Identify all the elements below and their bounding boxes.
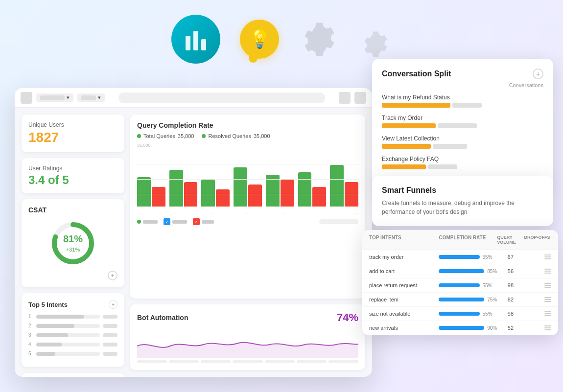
- list-item: 5: [28, 351, 117, 356]
- list-item: 2: [28, 323, 117, 328]
- conv-bar-main-4: [382, 164, 426, 169]
- ti-bar-6: 90%: [439, 325, 497, 331]
- ti-pct-4: 75%: [487, 297, 497, 302]
- bar-chart-bubble: [171, 15, 220, 64]
- user-ratings-value: 3.4 of 5: [28, 174, 117, 186]
- unique-users-card: Unique Users 1827: [22, 115, 124, 152]
- top-intents-title: Top 5 Intents: [28, 301, 68, 308]
- dropdown-1[interactable]: ▾: [36, 93, 73, 102]
- ti-col-dropoffs: DROP-OFFS: [524, 235, 551, 245]
- titlebar-icon: [21, 92, 32, 104]
- ti-vol-2: 56: [497, 268, 524, 274]
- ti-row-5: size not available 55% 98: [362, 307, 558, 321]
- svg-rect-1: [193, 31, 198, 50]
- total-queries-dot: [137, 134, 141, 138]
- resolved-queries-dot: [202, 134, 206, 138]
- ti-vol-4: 82: [497, 297, 524, 302]
- action-btn-2[interactable]: [354, 92, 366, 104]
- ti-table-header: TOP INTENTS COMPLETION RATE QUERY VOLUME…: [362, 230, 558, 250]
- smart-funnels-title: Smart Funnels: [382, 186, 543, 195]
- ti-menu-2: [524, 269, 551, 274]
- conv-split-expand[interactable]: +: [533, 69, 543, 79]
- conv-item-4: Exchange Policy FAQ: [382, 156, 543, 169]
- ti-pct-2: 85%: [487, 269, 497, 274]
- bot-automation-title: Bot Automation: [137, 314, 188, 322]
- dropdown-2[interactable]: ▾: [77, 93, 105, 102]
- ti-vol-1: 67: [497, 254, 524, 260]
- ti-vol-5: 98: [497, 311, 524, 317]
- top-intents-expand[interactable]: +: [109, 300, 117, 309]
- ti-row-1: track my order 55% 67: [362, 250, 558, 264]
- ti-intent-3: place return request: [369, 282, 439, 288]
- legend-dot-green: [137, 220, 141, 224]
- csat-expand-button[interactable]: +: [108, 271, 117, 280]
- ti-col-completion: COMPLETION RATE: [439, 235, 497, 245]
- ti-row-3: place return request 55% 98: [362, 278, 558, 293]
- ti-menu-5: [524, 311, 551, 316]
- conv-bar-sec-3: [433, 144, 467, 149]
- ti-intent-2: add to cart: [369, 268, 439, 274]
- svg-rect-2: [201, 39, 206, 50]
- conv-bar-main-3: [382, 144, 431, 149]
- conv-bar-sec-4: [428, 164, 457, 169]
- ti-pct-6: 90%: [487, 325, 497, 331]
- conv-item-2: Track my Order: [382, 115, 543, 128]
- bot-automation-card: Bot Automation 74%: [130, 304, 365, 370]
- bar-chart-container: [137, 150, 358, 208]
- gear-icon-2: [360, 28, 392, 60]
- language-usage-panel: Language Usage + 1 2: [22, 373, 124, 377]
- gear-icon-1: [299, 19, 340, 60]
- ti-bar-5: 55%: [439, 311, 497, 317]
- svg-rect-0: [186, 36, 190, 50]
- bot-automation-chart: [137, 329, 358, 358]
- lightbulb-bubble: 💡: [240, 20, 279, 59]
- total-queries-value: 35,000: [178, 133, 194, 139]
- search-bar[interactable]: [118, 92, 325, 103]
- csat-donut: 81% +31%: [48, 219, 97, 268]
- bar-chart-area: [137, 150, 358, 208]
- top-intents-panel: Top 5 Intents + 1 2 3: [22, 293, 124, 367]
- ti-row-2: add to cart 85% 56: [362, 264, 558, 278]
- conv-item-label-3: View Latest Collection: [382, 135, 543, 142]
- legend-check-1[interactable]: ✓: [164, 218, 170, 225]
- resolved-queries-label: Resolved Queries: [208, 133, 251, 139]
- conv-item-label-1: What is my Refund Status: [382, 94, 543, 101]
- dashboard-window: ▾ ▾ Unique Users 1827 User Ratings 3.4 o…: [15, 88, 372, 377]
- ti-bar-4: 75%: [439, 297, 497, 302]
- unique-users-label: Unique Users: [28, 121, 117, 128]
- unique-users-value: 1827: [28, 130, 117, 145]
- conv-item-3: View Latest Collection: [382, 135, 543, 149]
- ti-menu-3: [524, 283, 551, 288]
- query-completion-card: Query Completion Rate Total Queries 35,0…: [130, 115, 365, 299]
- conv-split-title: Conversation Split: [382, 69, 451, 78]
- titlebar: ▾ ▾: [15, 88, 372, 108]
- ti-row-6: new arrivals 90% 52: [362, 321, 558, 335]
- action-btn-1[interactable]: [339, 92, 351, 104]
- query-completion-title: Query Completion Rate: [137, 121, 358, 129]
- ti-intent-4: replace item: [369, 297, 439, 302]
- ti-row-4: replace item 75% 82: [362, 293, 558, 307]
- ti-bar-1: 55%: [439, 254, 497, 260]
- user-ratings-label: User Ratings: [28, 165, 117, 172]
- csat-change: +31%: [66, 247, 80, 253]
- conv-bar-main-2: [382, 123, 436, 128]
- ti-intent-1: track my order: [369, 254, 439, 260]
- ti-vol-3: 98: [497, 282, 524, 288]
- conv-split-subheader: Conversations: [382, 82, 543, 88]
- ti-menu-1: [524, 254, 551, 259]
- total-queries-label: Total Queries: [143, 133, 175, 139]
- ti-pct-5: 55%: [483, 311, 493, 317]
- bot-automation-percent: 74%: [337, 311, 358, 324]
- chart-legend: Total Queries 35,000 Resolved Queries 35…: [137, 133, 358, 139]
- legend-check-2[interactable]: ✓: [193, 218, 200, 225]
- ti-menu-6: [524, 325, 551, 330]
- ti-menu-4: [524, 297, 551, 302]
- top-intents-table-card: TOP INTENTS COMPLETION RATE QUERY VOLUME…: [362, 230, 558, 335]
- csat-label: CSAT: [28, 206, 47, 214]
- list-item: 3: [28, 332, 117, 338]
- ti-col-volume: QUERY VOLUME: [497, 235, 524, 245]
- smart-funnels-desc: Create funnels to measure, debug and imp…: [382, 199, 543, 216]
- conv-bar-main-1: [382, 103, 450, 108]
- smart-funnels-card: Smart Funnels Create funnels to measure,…: [372, 176, 553, 226]
- csat-card: CSAT 81% +31%: [22, 199, 124, 287]
